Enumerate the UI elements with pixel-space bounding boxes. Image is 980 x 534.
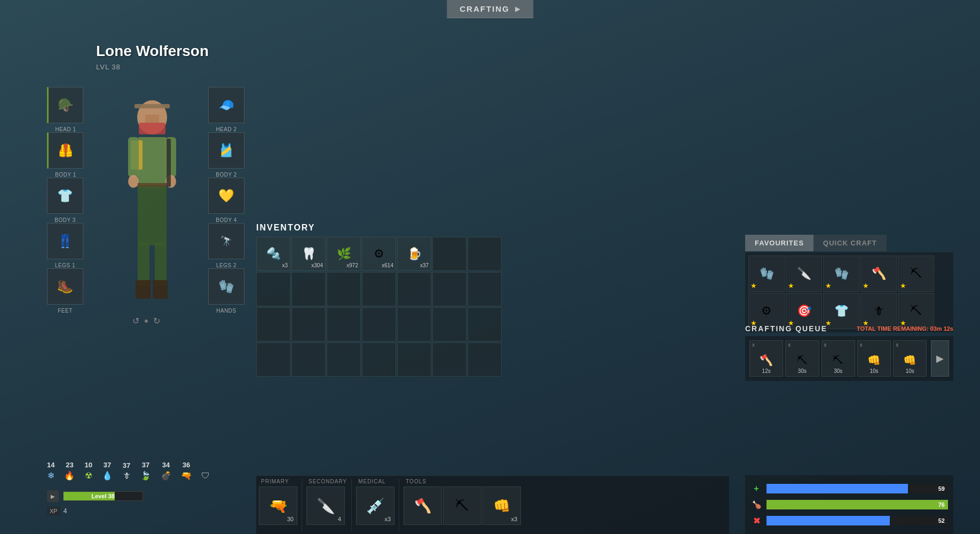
inv-cell-8[interactable] (291, 272, 326, 306)
inv-cell-3[interactable]: ⚙x614 (362, 237, 396, 271)
tools-slots: 🪓 ⛏ 👊 x3 (404, 487, 521, 525)
fav-icon-4: ⛏ (910, 267, 922, 281)
stat-fire-icon: 🔥 (64, 471, 75, 481)
fav-star-1: ★ (788, 282, 794, 290)
inv-cell-14[interactable] (256, 307, 290, 341)
rotate-right-button[interactable]: ↻ (153, 316, 160, 326)
xp-value: 4 (64, 507, 67, 515)
tool2-icon: ⛏ (455, 498, 469, 514)
health-bar-row: + 59 (750, 483, 948, 495)
tab-favourites[interactable]: FAVOURITES (745, 235, 813, 251)
equipment-slot-head1[interactable]: 🪖 HEAD 1 (47, 87, 83, 123)
fav-icon-6: 🎯 (797, 304, 811, 318)
inv-cell-12[interactable] (432, 272, 467, 306)
equipment-slot-head2[interactable]: 🧢 HEAD 2 (208, 87, 244, 123)
fav-cell-3[interactable]: 🪓★ (860, 256, 897, 292)
hands-label: HANDS (209, 308, 244, 314)
inv-cell-5[interactable] (432, 237, 467, 271)
rotate-left-button[interactable]: ↺ (132, 316, 139, 326)
food-bar-row: 🍗 76 (750, 499, 948, 511)
equipment-slot-body1[interactable]: 🦺 BODY 1 (47, 132, 83, 169)
inv-item-icon-1: 🦷 (302, 247, 316, 261)
inv-cell-4[interactable]: 🍺x37 (397, 237, 431, 271)
inv-cell-27[interactable] (468, 342, 502, 377)
queue-play-button[interactable]: ▶ (931, 340, 949, 377)
tools-label: TOOLS (404, 479, 426, 484)
inv-cell-7[interactable] (256, 272, 290, 306)
weapon-slot-tool3[interactable]: 👊 x3 (483, 487, 521, 525)
queue-item-x-2: x (824, 342, 827, 348)
fav-cell-1[interactable]: 🔪★ (786, 256, 822, 292)
xp-icon: XP (47, 507, 60, 515)
queue-item-1[interactable]: x⛏30s (785, 340, 819, 377)
inv-cell-11[interactable] (397, 272, 431, 306)
stats-bar: 14 ❄ 23 🔥 10 ☢ 37 💧 37 🗡 37 🍃 34 💣 36 (47, 461, 210, 481)
equipment-slot-legs2[interactable]: 🔭 LEGS 2 (208, 223, 244, 259)
fav-cell-9[interactable]: ⛏★ (898, 293, 934, 329)
equipment-slot-body3[interactable]: 👕 BODY 3 (47, 178, 83, 214)
queue-item-x-3: x (860, 342, 863, 348)
inv-cell-19[interactable] (432, 307, 467, 341)
queue-item-3[interactable]: x👊10s (857, 340, 891, 377)
inv-cell-18[interactable] (397, 307, 431, 341)
inv-cell-21[interactable] (256, 342, 290, 377)
stat-sharp-icon: 🗡 (122, 471, 131, 481)
inv-cell-20[interactable] (468, 307, 502, 341)
queue-items-container: x🪓12sx⛏30sx⛏30sx👊10sx👊10s▶ (745, 336, 953, 381)
fav-cell-4[interactable]: ⛏★ (898, 256, 934, 292)
queue-item-0[interactable]: x🪓12s (749, 340, 783, 377)
queue-item-2[interactable]: x⛏30s (821, 340, 855, 377)
xp-section: XP 4 (47, 507, 67, 515)
inv-cell-0[interactable]: 🔩x3 (256, 237, 290, 271)
queue-item-4[interactable]: x👊10s (893, 340, 927, 377)
inv-cell-1[interactable]: 🦷x304 (291, 237, 326, 271)
inv-cell-2[interactable]: 🌿x972 (327, 237, 361, 271)
fav-cell-6[interactable]: 🎯★ (786, 293, 822, 329)
inv-cell-10[interactable] (362, 272, 396, 306)
inventory-title: INVENTORY (256, 223, 507, 233)
equipment-slot-hands[interactable]: 🧤 HANDS (208, 268, 244, 305)
fav-star-0: ★ (750, 282, 757, 290)
legs1-label: LEGS 1 (48, 262, 83, 268)
queue-item-icon-4: 👊 (903, 354, 916, 366)
weapon-slot-primary[interactable]: 🔫 30 (259, 487, 297, 525)
inv-cell-22[interactable] (291, 342, 326, 377)
weapon-slot-secondary[interactable]: 🔪 4 (306, 487, 345, 525)
queue-title: CRAFTING QUEUE (745, 324, 827, 333)
fav-icon-8: 🗡 (873, 304, 884, 318)
inv-cell-13[interactable] (468, 272, 502, 306)
equipment-slot-legs1[interactable]: 👖 LEGS 1 (47, 223, 83, 259)
head2-label: HEAD 2 (209, 126, 244, 132)
inv-cell-23[interactable] (327, 342, 361, 377)
tab-quickcraft[interactable]: QUICK CRAFT (813, 235, 887, 251)
inv-cell-15[interactable] (291, 307, 326, 341)
weapon-slot-tool2[interactable]: ⛏ (443, 487, 481, 525)
fav-cell-8[interactable]: 🗡★ (860, 293, 897, 329)
equipment-slot-body2[interactable]: 🎽 BODY 2 (208, 132, 244, 169)
fav-cell-0[interactable]: 🧤★ (748, 256, 785, 292)
inv-cell-24[interactable] (362, 342, 396, 377)
inv-cell-25[interactable] (397, 342, 431, 377)
inv-cell-17[interactable] (362, 307, 396, 341)
equipment-slot-feet[interactable]: 🥾 FEET (47, 268, 83, 305)
inv-cell-26[interactable] (432, 342, 467, 377)
inv-cell-6[interactable] (468, 237, 502, 271)
character-svg (112, 93, 192, 307)
fav-cell-2[interactable]: 🧤★ (823, 256, 859, 292)
level-bar-text: Level 38 (64, 492, 143, 500)
inv-cell-16[interactable] (327, 307, 361, 341)
weapon-slot-medical[interactable]: 💉 x3 (356, 487, 394, 525)
svg-rect-11 (138, 243, 149, 285)
fav-cell-5[interactable]: ⚙★ (748, 293, 785, 329)
inv-cell-9[interactable] (327, 272, 361, 306)
stat-gun-value: 36 (183, 461, 190, 469)
primary-icon: 🔫 (269, 497, 288, 515)
weapon-slot-tool1[interactable]: 🪓 (404, 487, 442, 525)
crafting-header[interactable]: CRAFTING ▶ (447, 0, 533, 18)
stat-explosive-value: 34 (162, 461, 170, 469)
fav-cell-7[interactable]: 👕★ (823, 293, 859, 329)
primary-slots: 🔫 30 (259, 487, 297, 525)
stat-natural-icon: 🍃 (140, 471, 151, 481)
equipment-slot-body4[interactable]: 💛 BODY 4 (208, 178, 244, 214)
character-name: Lone Wolferson (96, 43, 209, 60)
